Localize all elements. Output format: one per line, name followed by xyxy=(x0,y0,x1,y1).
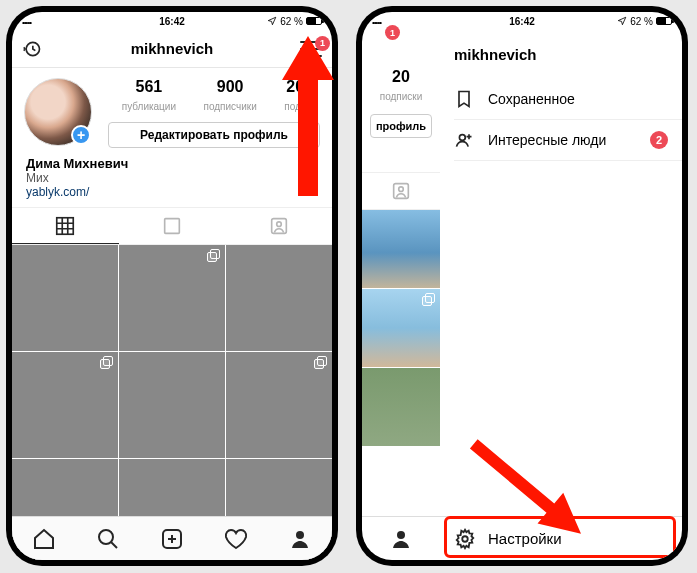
svg-point-4 xyxy=(276,222,281,227)
profile-tabs xyxy=(12,207,332,245)
svg-rect-1 xyxy=(57,217,74,234)
gear-icon xyxy=(454,528,476,550)
svg-point-9 xyxy=(399,187,404,192)
post-thumb[interactable] xyxy=(362,289,440,367)
edit-profile-button[interactable]: профиль xyxy=(370,114,432,138)
phone-left: ••••• 16:42 62 % mikhnevich 1 + 561публи… xyxy=(6,6,338,566)
stat-followers[interactable]: 900подписчики xyxy=(204,78,257,114)
nav-add[interactable] xyxy=(140,517,204,560)
menu-label: Сохраненное xyxy=(488,91,575,107)
battery-pct: 62 % xyxy=(630,16,653,27)
nav-home[interactable] xyxy=(12,517,76,560)
post-thumb[interactable] xyxy=(362,210,440,288)
phone-right: ••••• 16:42 62 % 1 20подписки профиль xyxy=(356,6,688,566)
add-story-icon[interactable]: + xyxy=(71,125,91,145)
post-thumb[interactable] xyxy=(119,352,225,458)
discover-badge: 2 xyxy=(650,131,668,149)
svg-rect-2 xyxy=(165,219,180,234)
battery-pct: 62 % xyxy=(280,16,303,27)
menu-button[interactable]: 1 xyxy=(362,30,392,48)
battery-icon xyxy=(656,17,672,25)
nav-profile[interactable] xyxy=(362,527,440,551)
username-title: mikhnevich xyxy=(131,40,214,57)
menu-badge: 1 xyxy=(385,25,400,40)
post-thumb[interactable] xyxy=(119,245,225,351)
carousel-icon xyxy=(100,356,114,370)
nav-search[interactable] xyxy=(76,517,140,560)
photo-grid xyxy=(12,245,332,560)
signal-icon: ••••• xyxy=(372,16,381,27)
clock: 16:42 xyxy=(159,16,185,27)
bottom-nav xyxy=(12,516,332,560)
menu-label: Интересные люди xyxy=(488,132,606,148)
add-person-icon xyxy=(454,130,474,150)
nav-profile[interactable] xyxy=(268,517,332,560)
post-thumb[interactable] xyxy=(12,352,118,458)
post-thumb[interactable] xyxy=(12,245,118,351)
archive-icon[interactable] xyxy=(22,39,42,59)
carousel-icon xyxy=(207,249,221,263)
menu-button[interactable]: 1 xyxy=(300,41,322,57)
post-thumb[interactable] xyxy=(226,352,332,458)
post-thumb[interactable] xyxy=(226,245,332,351)
svg-point-10 xyxy=(459,135,465,141)
stat-following[interactable]: 20подп xyxy=(284,78,306,114)
status-bar: ••••• 16:42 62 % xyxy=(12,12,332,30)
tab-tagged[interactable] xyxy=(362,173,440,209)
edit-profile-button[interactable]: Редактировать профиль xyxy=(108,122,320,148)
svg-point-5 xyxy=(99,530,113,544)
bio-link[interactable]: yablyk.com/ xyxy=(26,185,318,199)
clock: 16:42 xyxy=(509,16,535,27)
stat-following[interactable]: 20подписки xyxy=(362,68,440,104)
svg-point-12 xyxy=(462,536,468,542)
profile-sliver: 1 20подписки профиль xyxy=(362,30,440,446)
stat-posts[interactable]: 561публикации xyxy=(122,78,176,114)
bio-text: Мих xyxy=(26,171,318,185)
battery-icon xyxy=(306,17,322,25)
tab-grid[interactable] xyxy=(12,208,119,244)
menu-badge: 1 xyxy=(315,36,330,51)
profile-header: mikhnevich 1 xyxy=(12,30,332,68)
menu-discover-people[interactable]: Интересные люди 2 xyxy=(440,120,682,160)
svg-point-11 xyxy=(397,531,405,539)
menu-saved[interactable]: Сохраненное xyxy=(440,79,682,119)
status-bar: ••••• 16:42 62 % xyxy=(362,12,682,30)
location-icon xyxy=(617,16,627,26)
nav-activity[interactable] xyxy=(204,517,268,560)
side-menu: mikhnevich Сохраненное Интересные люди 2 xyxy=(440,30,682,446)
signal-icon: ••••• xyxy=(22,16,31,27)
bio: Дима Михневич Мих yablyk.com/ xyxy=(12,152,332,207)
tab-tagged[interactable] xyxy=(225,208,332,244)
location-icon xyxy=(267,16,277,26)
menu-username: mikhnevich xyxy=(440,42,682,79)
carousel-icon xyxy=(314,356,328,370)
tab-feed[interactable] xyxy=(119,208,226,244)
post-thumb[interactable] xyxy=(362,368,440,446)
avatar[interactable]: + xyxy=(24,78,92,146)
settings-label: Настройки xyxy=(488,530,562,547)
carousel-icon xyxy=(422,293,436,307)
menu-settings[interactable]: Настройки xyxy=(440,528,682,550)
bookmark-icon xyxy=(454,89,474,109)
svg-point-7 xyxy=(296,531,304,539)
display-name: Дима Михневич xyxy=(26,156,318,171)
